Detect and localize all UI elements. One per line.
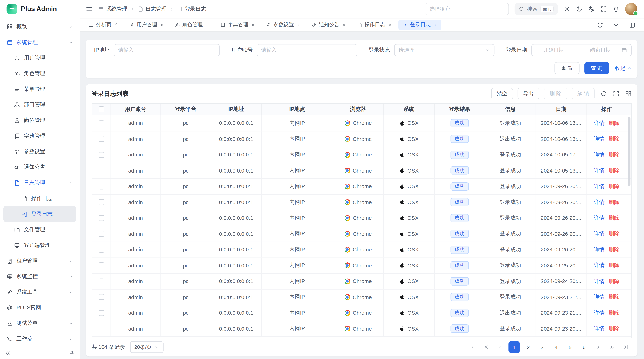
detail-link[interactable]: 详情 [594, 167, 605, 174]
sidebar-item-test-menu[interactable]: 测试菜单 [3, 315, 76, 331]
notifications-icon[interactable] [613, 6, 620, 12]
pg-first-button[interactable] [466, 341, 478, 353]
sidebar-item-file-management[interactable]: 文件管理 [3, 222, 76, 237]
remove-link[interactable]: 删除 [609, 151, 620, 158]
sidebar-item-system-tools[interactable]: 系统工具 [3, 284, 76, 300]
page-size-select[interactable]: 20条/页 [130, 341, 164, 353]
unlock-button[interactable]: 解 锁 [572, 88, 595, 99]
remove-link[interactable]: 删除 [609, 198, 620, 206]
page-6-button[interactable]: 6 [578, 341, 590, 353]
row-checkbox[interactable] [98, 231, 104, 237]
pg-next-button[interactable] [592, 341, 604, 353]
tab-analysis[interactable]: 分析页 [84, 20, 122, 30]
pin-sidebar-icon[interactable] [69, 350, 75, 356]
row-checkbox[interactable] [98, 199, 104, 205]
settings-icon[interactable] [564, 6, 570, 12]
ip-input[interactable] [114, 44, 220, 56]
row-checkbox[interactable] [98, 183, 104, 189]
remove-link[interactable]: 删除 [609, 230, 620, 237]
row-checkbox[interactable] [98, 120, 104, 126]
detail-link[interactable]: 详情 [594, 198, 605, 206]
collapse-filter-link[interactable]: 收起 [615, 64, 632, 72]
row-checkbox[interactable] [98, 278, 104, 284]
table-scrollbar[interactable] [628, 117, 630, 186]
clear-button[interactable]: 清空 [491, 88, 513, 99]
hamburger-menu-icon[interactable] [86, 6, 92, 12]
tab-user-management[interactable]: 用户管理 [125, 20, 168, 30]
sidebar-item-log-management[interactable]: 日志管理 [3, 175, 76, 191]
remove-link[interactable]: 删除 [609, 278, 620, 285]
sidebar-item-role-management[interactable]: 角色管理 [3, 66, 76, 81]
row-checkbox[interactable] [98, 263, 104, 268]
remove-link[interactable]: 删除 [609, 183, 620, 190]
tab-operation-log[interactable]: 操作日志 [352, 20, 396, 30]
remove-link[interactable]: 删除 [609, 246, 620, 253]
breadcrumb-log-management[interactable]: 日志管理 [138, 5, 167, 13]
remove-link[interactable]: 删除 [609, 309, 620, 317]
detail-link[interactable]: 详情 [594, 151, 605, 158]
refresh-list-icon[interactable] [600, 90, 607, 97]
row-checkbox[interactable] [98, 215, 104, 221]
dark-mode-icon[interactable] [576, 6, 582, 12]
close-icon[interactable] [296, 23, 300, 27]
collapse-sidebar-icon[interactable] [5, 350, 11, 356]
detail-link[interactable]: 详情 [594, 183, 605, 190]
row-checkbox[interactable] [98, 152, 104, 157]
breadcrumb-login-log[interactable]: 登录日志 [177, 5, 206, 13]
tenant-select[interactable]: 选择租户 [424, 3, 509, 15]
login-status-select[interactable]: 请选择 [394, 44, 494, 56]
detail-link[interactable]: 详情 [594, 246, 605, 253]
detail-link[interactable]: 详情 [594, 262, 605, 269]
sidebar-item-overview[interactable]: 概览 [3, 19, 76, 34]
login-date-range[interactable]: 开始日期 → 结束日期 [531, 44, 632, 56]
sidebar-item-dept-management[interactable]: 部门管理 [3, 97, 76, 112]
sidebar-item-client-management[interactable]: 客户端管理 [3, 237, 76, 253]
row-checkbox[interactable] [98, 326, 104, 332]
refresh-page-icon[interactable] [592, 21, 608, 29]
row-checkbox[interactable] [98, 168, 104, 173]
remove-link[interactable]: 删除 [609, 214, 620, 222]
fullscreen-list-icon[interactable] [613, 90, 620, 97]
pin-icon[interactable] [114, 23, 118, 27]
tab-dict-management[interactable]: 字典管理 [216, 20, 259, 30]
tab-param-settings[interactable]: 参数设置 [261, 20, 304, 30]
close-icon[interactable] [433, 23, 437, 27]
detail-link[interactable]: 详情 [594, 135, 605, 142]
layout-toggle-icon[interactable] [624, 21, 640, 29]
detail-link[interactable]: 详情 [594, 325, 605, 332]
detail-link[interactable]: 详情 [594, 119, 605, 127]
column-settings-icon[interactable] [625, 90, 632, 97]
detail-link[interactable]: 详情 [594, 278, 605, 285]
breadcrumb-system-management[interactable]: 系统管理 [98, 5, 127, 13]
detail-link[interactable]: 详情 [594, 309, 605, 317]
page-1-button[interactable]: 1 [508, 341, 520, 353]
sidebar-item-param-settings[interactable]: 参数设置 [3, 144, 76, 159]
close-icon[interactable] [251, 23, 255, 27]
tab-options-icon[interactable] [608, 21, 624, 29]
close-icon[interactable] [160, 23, 164, 27]
pg-next5-button[interactable] [606, 341, 618, 353]
sidebar-item-notice[interactable]: 通知公告 [3, 159, 76, 175]
remove-link[interactable]: 删除 [609, 325, 620, 332]
remove-link[interactable]: 删除 [609, 293, 620, 301]
reset-button[interactable]: 重 置 [554, 62, 580, 74]
detail-link[interactable]: 详情 [594, 230, 605, 237]
pg-prev-button[interactable] [494, 341, 506, 353]
detail-link[interactable]: 详情 [594, 214, 605, 222]
row-checkbox[interactable] [98, 294, 104, 300]
pg-last-button[interactable] [620, 341, 632, 353]
row-checkbox[interactable] [98, 247, 104, 252]
sidebar-item-menu-management[interactable]: 菜单管理 [3, 81, 76, 97]
tab-role-management[interactable]: 角色管理 [170, 20, 214, 30]
row-checkbox[interactable] [98, 310, 104, 316]
remove-link[interactable]: 删除 [609, 135, 620, 142]
sidebar-item-workflow[interactable]: 工作流 [3, 331, 76, 347]
sidebar-item-tenant-management[interactable]: 租户管理 [3, 253, 76, 269]
account-input[interactable] [257, 44, 357, 56]
close-icon[interactable] [205, 23, 209, 27]
sidebar-item-operation-log[interactable]: 操作日志 [3, 191, 76, 206]
page-2-button[interactable]: 2 [522, 341, 534, 353]
sidebar-item-dict-management[interactable]: 字典管理 [3, 128, 76, 144]
close-icon[interactable] [342, 23, 346, 27]
page-4-button[interactable]: 4 [550, 341, 562, 353]
